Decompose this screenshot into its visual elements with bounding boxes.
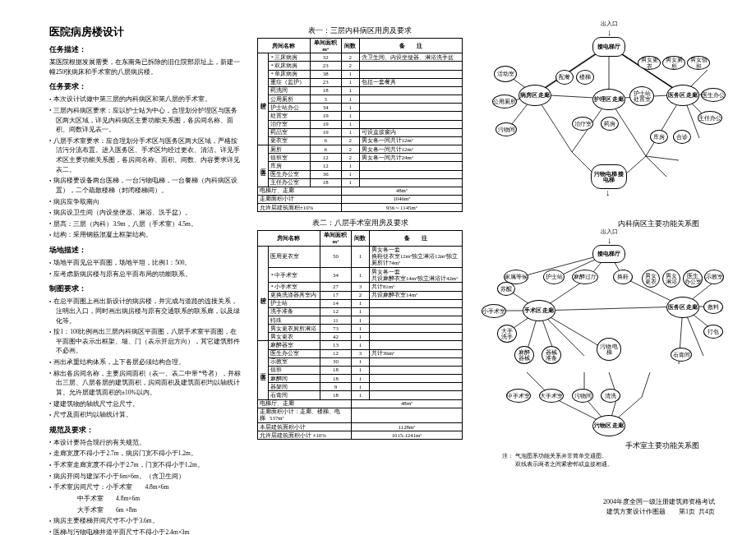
- diagram-surgery: 出入口 ↓ 接电梯厅 家属等候 护士站 麻醉过厅 换鞋 男女 更衣 男女 淋浴 …: [477, 233, 716, 442]
- site-item: 应考虑新病房楼与原有总平面布局的功能联系。: [49, 270, 242, 279]
- code-item: 病房主要楼梯开间尺寸不小于3.6m。: [49, 516, 242, 526]
- task-req-item: 八层手术室要求：应合理划分手术区与医务区两大区域，严格按洁污分流布置。进入医务区…: [49, 136, 242, 175]
- main-title: 医院病房楼设计: [49, 25, 242, 39]
- table1: 房间名称 单间面积m² 间数 备 注 护理区* 三床病房322含卫生间、内设坐便…: [257, 38, 463, 212]
- arrow-down-icon: ↓: [607, 27, 612, 37]
- code-item: 大手术室 6m ×8m: [49, 505, 242, 515]
- site-item: 场地平面见总平面图，场地平坦，比例1：500。: [49, 258, 242, 268]
- draw-item: 在总平面图上画出新设计的病房楼，并完成与道路的连接关系，注明出入口，同时画出病房…: [49, 297, 242, 325]
- table1-caption: 表一：三层内科病区用房及要求: [257, 26, 463, 36]
- task-req-title: 任务要求：: [49, 81, 242, 92]
- code-item: 走廊宽度不得小于2.7m，病房门宽不得小于1.2m。: [49, 449, 242, 459]
- task-req-item: 结构：采用钢筋混凝土框架结构。: [49, 230, 242, 240]
- task-req-item: 病房应争取南向: [49, 197, 242, 207]
- code-item: 手术室走廊宽度不得小于2.7m，门宽不得小于1.2m。: [49, 460, 242, 470]
- diagrams-column: 出入口 ↓ 接电梯厅 活动室 配餐 楼梯 男女更衣 男女厕所 男女值班 病房区 …: [477, 25, 716, 535]
- task-req-item: 病房楼要设备两台医梯，一台污物电梯，一台餐梯（内科病区设置），二个疏散楼梯（封闭…: [49, 176, 242, 195]
- draw-item: 画出承重结构体系，上下各层必须结构合理。: [49, 357, 242, 367]
- task-req-item: 层高：三层（内科）3.9m，八层（手术室）4.5m。: [49, 219, 242, 229]
- draw-item: 建建筑物的轴线尺寸总尺寸。: [49, 399, 242, 409]
- diagram-notes: 注： 气泡图系功能关系并非简单交通图。 注： 双线表示两者之间紧密邻或直接相通。: [477, 453, 716, 469]
- draw-item: 尺寸及面积均以轴线计算。: [49, 410, 242, 420]
- site-desc-title: 场地描述：: [49, 245, 242, 256]
- draw-item: 标出各房间名称，主要房间面积（表一、表二中带*号者），并标出三层、八层各层的建筑…: [49, 369, 242, 398]
- drawing-req-title: 制图要求：: [49, 284, 242, 294]
- table2-caption: 表二：八层手术室用房及要求: [257, 219, 463, 228]
- task-req-item: 病房设卫生间（内设坐便器、淋浴、洗手盆）。: [49, 208, 242, 218]
- code-item: 中手术室 4.8m×6m: [49, 494, 242, 504]
- diagram-internal-medicine: 出入口 ↓ 接电梯厅 活动室 配餐 楼梯 男女更衣 男女厕所 男女值班 病房区 …: [477, 25, 716, 220]
- draw-item: 按1：100比例画出三层内科病区平面图，八层手术室平面图，在平面图中表示出框架、…: [49, 327, 242, 356]
- arrow-down-icon: ↓: [606, 187, 611, 197]
- tables-column: 表一：三层内科病区用房及要求 房间名称 单间面积m² 间数 备 注 护理区* 三…: [257, 25, 463, 535]
- code-req-title: 规范及要求：: [49, 425, 242, 436]
- task-req-item: 本次设计试做中第三层的内科病区和第八层的手术室。: [49, 95, 242, 104]
- code-item: 本设计要符合现行的有关规范。: [49, 438, 242, 448]
- code-item: 医梯与污物电梯井道平面尺寸不得小于2.4m×3m: [49, 528, 242, 535]
- code-item: 手术室房间尺寸：小手术室 4.8m×6m: [49, 482, 242, 492]
- arrow-down-icon: ↓: [607, 235, 612, 245]
- page-footer: 2004年度全国一级注册建筑师资格考试 建筑方案设计作图题 第1页 共4页: [603, 497, 715, 517]
- code-item: 病房开间与建深不小于6m×6m。（含卫生间）: [49, 472, 242, 482]
- task-req-item: 三层内科病区要求：应以护士站为中心，合理划分护理区与医务区两大区域，详见内科病区…: [49, 106, 242, 135]
- task-desc-body: 某医院根据发展需要，在东南角已拆除的旧住院部原址上，新建一幢250张病床和手术室…: [49, 58, 242, 76]
- table2: 房间名称 单间面积m² 间数 备 注 护理区医用更衣室501男女各一套换鞋使衣室…: [257, 230, 463, 440]
- task-desc-title: 任务描述：: [49, 44, 242, 55]
- left-text-column: 医院病房楼设计 任务描述： 某医院根据发展需要，在东南角已拆除的旧住院部原址上，…: [49, 25, 242, 535]
